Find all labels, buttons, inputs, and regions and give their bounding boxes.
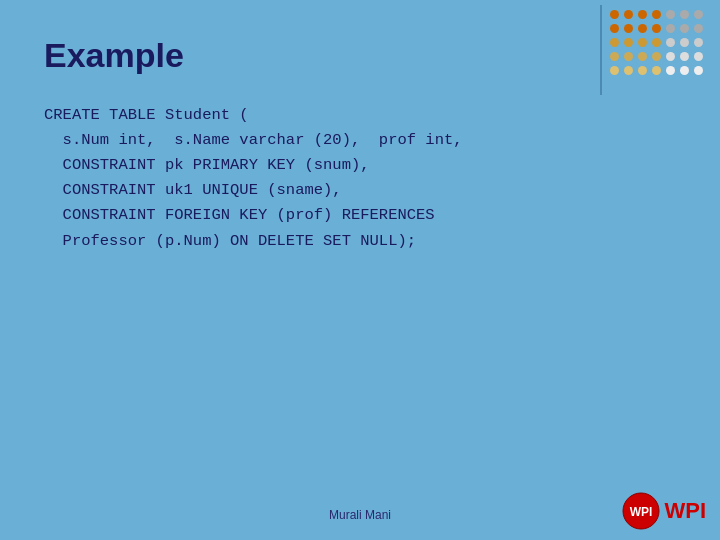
decorative-dot [666,66,675,75]
decorative-dot [610,66,619,75]
decorative-dot [638,24,647,33]
decorative-dot [638,38,647,47]
divider-line [600,5,602,95]
decorative-dot [624,24,633,33]
decorative-dot [652,66,661,75]
decorative-dot [694,24,703,33]
decorative-dot [680,10,689,19]
decorative-dot [652,52,661,61]
footer-author: Murali Mani [329,508,391,522]
decorative-dot [652,38,661,47]
decorative-dot [680,38,689,47]
code-block: CREATE TABLE Student ( s.Num int, s.Name… [44,103,676,254]
decorative-dot [694,66,703,75]
decorative-dot [652,10,661,19]
decorative-dot [624,66,633,75]
decorative-dot [638,66,647,75]
decorative-dot [680,66,689,75]
decorative-dot [680,24,689,33]
svg-text:WPI: WPI [630,505,653,519]
decorative-dot [666,52,675,61]
decorative-dot [638,10,647,19]
slide-title: Example [44,36,676,75]
decorative-dot [694,52,703,61]
decorative-dot [624,52,633,61]
decorative-dots [610,10,710,90]
wpi-logo: WPI WPI [622,492,706,530]
decorative-dot [610,24,619,33]
decorative-dot [694,38,703,47]
decorative-dot [624,38,633,47]
slide: Example CREATE TABLE Student ( s.Num int… [0,0,720,540]
decorative-dot [638,52,647,61]
decorative-dot [680,52,689,61]
decorative-dot [610,38,619,47]
wpi-label: WPI [664,498,706,524]
footer: Murali Mani [0,508,720,522]
decorative-dot [666,38,675,47]
decorative-dot [624,10,633,19]
decorative-dot [610,10,619,19]
decorative-dot [666,10,675,19]
decorative-dot [610,52,619,61]
wpi-emblem-icon: WPI [622,492,660,530]
decorative-dot [652,24,661,33]
decorative-dot [694,10,703,19]
decorative-dot [666,24,675,33]
